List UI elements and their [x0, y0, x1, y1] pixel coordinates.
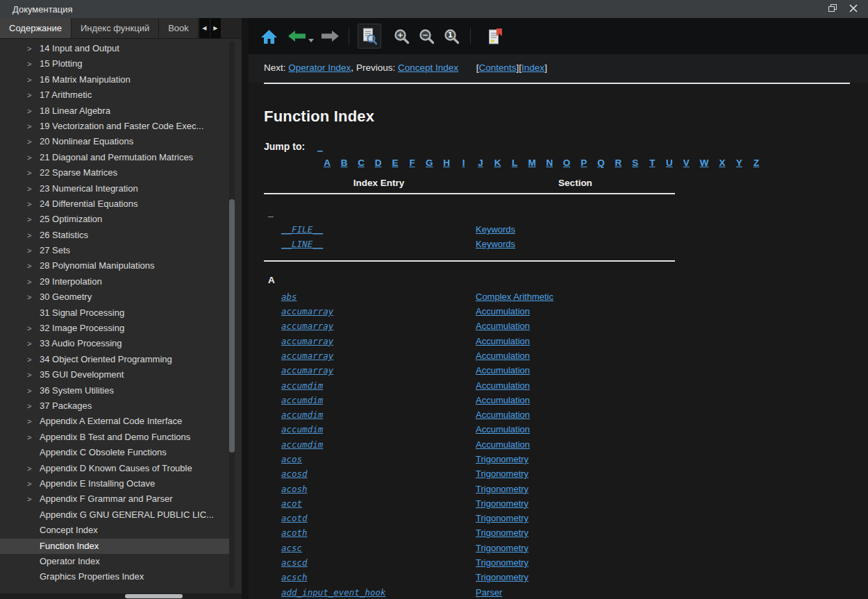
function-link[interactable]: acoth: [281, 528, 308, 538]
function-link[interactable]: accumarray: [281, 306, 333, 317]
section-link[interactable]: Accumulation: [476, 380, 530, 391]
jump-letter-link[interactable]: E: [392, 158, 399, 168]
zoom-out-button[interactable]: −: [415, 24, 438, 49]
tab[interactable]: Book: [159, 18, 199, 38]
tab[interactable]: Индекс функций: [72, 18, 159, 38]
sidebar-item[interactable]: >Appendix F Grammar and Parser: [0, 491, 242, 507]
function-link[interactable]: accumarray: [281, 351, 333, 361]
vertical-scrollbar-thumb[interactable]: [229, 199, 235, 453]
chevron-right-icon[interactable]: >: [27, 414, 31, 429]
function-link[interactable]: add_input_event_hook: [281, 587, 386, 598]
sidebar-item[interactable]: >33 Audio Processing: [0, 336, 242, 351]
jump-letter-link[interactable]: V: [683, 158, 690, 168]
section-link[interactable]: Trigonometry: [476, 484, 528, 494]
section-link[interactable]: Accumulation: [476, 365, 530, 376]
function-link[interactable]: accumdim: [281, 395, 323, 405]
section-link[interactable]: Trigonometry: [476, 543, 528, 553]
sidebar-item[interactable]: Concept Index: [0, 523, 242, 538]
chevron-right-icon[interactable]: >: [27, 336, 31, 351]
function-link[interactable]: accumdim: [281, 439, 323, 450]
function-link[interactable]: acosh: [281, 484, 308, 494]
sidebar-item[interactable]: >23 Numerical Integration: [0, 181, 242, 196]
function-link[interactable]: acsc: [281, 543, 302, 553]
bookmark-button[interactable]: [483, 24, 507, 49]
function-link[interactable]: acosd: [281, 469, 308, 479]
sidebar-item[interactable]: >Appendix E Installing Octave: [0, 476, 242, 491]
jump-letter-link[interactable]: H: [443, 158, 450, 168]
jump-underscore-link[interactable]: _: [317, 142, 323, 152]
sidebar-item[interactable]: >28 Polynomial Manipulations: [0, 258, 242, 273]
chevron-right-icon[interactable]: >: [27, 181, 31, 196]
sidebar-item[interactable]: >14 Input and Output: [0, 41, 242, 56]
chevron-right-icon[interactable]: >: [27, 228, 31, 243]
jump-letter-link[interactable]: S: [632, 158, 639, 168]
sidebar-item[interactable]: Appendix C Obsolete Functions: [0, 445, 242, 460]
jump-letter-link[interactable]: C: [358, 158, 365, 168]
section-link[interactable]: Trigonometry: [476, 469, 528, 479]
restore-button[interactable]: [822, 1, 843, 17]
chevron-right-icon[interactable]: >: [27, 367, 31, 382]
jump-letter-link[interactable]: Q: [597, 158, 605, 168]
jump-letter-link[interactable]: P: [581, 158, 587, 168]
section-link[interactable]: Parser: [476, 587, 502, 598]
chevron-right-icon[interactable]: >: [27, 430, 31, 445]
jump-letter-link[interactable]: R: [615, 158, 621, 168]
jump-letter-link[interactable]: F: [409, 158, 416, 168]
forward-button[interactable]: [318, 24, 342, 49]
function-link[interactable]: accumdim: [281, 380, 323, 391]
sidebar-item[interactable]: >34 Object Oriented Programming: [0, 352, 242, 367]
jump-letter-link[interactable]: I: [460, 158, 467, 168]
previous-link[interactable]: Concept Index: [398, 62, 458, 73]
sidebar-item[interactable]: >Appendix D Known Causes of Trouble: [0, 461, 242, 476]
section-link[interactable]: Trigonometry: [476, 557, 528, 568]
function-link[interactable]: accumarray: [281, 365, 333, 376]
sidebar-item[interactable]: >18 Linear Algebra: [0, 103, 242, 119]
chevron-right-icon[interactable]: >: [27, 212, 31, 227]
function-link[interactable]: acotd: [281, 513, 308, 523]
zoom-in-button[interactable]: +: [390, 24, 413, 49]
jump-letter-link[interactable]: U: [666, 158, 673, 168]
section-link[interactable]: Complex Arithmetic: [476, 292, 553, 302]
sidebar-item[interactable]: >29 Interpolation: [0, 274, 242, 289]
chevron-right-icon[interactable]: >: [27, 289, 31, 305]
sidebar-vertical-scrollbar[interactable]: [229, 42, 235, 589]
jump-letter-link[interactable]: Z: [753, 158, 760, 168]
chevron-right-icon[interactable]: >: [27, 491, 31, 507]
section-link[interactable]: Trigonometry: [476, 454, 528, 464]
chevron-right-icon[interactable]: >: [27, 103, 31, 119]
sidebar-item[interactable]: >37 Packages: [0, 398, 242, 414]
section-link[interactable]: Accumulation: [476, 321, 530, 331]
jump-letter-link[interactable]: D: [375, 158, 382, 168]
sidebar-item[interactable]: >17 Arithmetic: [0, 87, 242, 103]
function-link[interactable]: accumarray: [281, 321, 333, 331]
sidebar-item[interactable]: >19 Vectorization and Faster Code Exec..…: [0, 119, 242, 134]
sidebar-item[interactable]: >26 Statistics: [0, 228, 242, 243]
sidebar-item[interactable]: >24 Differential Equations: [0, 196, 242, 212]
jump-letter-link[interactable]: L: [511, 158, 518, 168]
function-link[interactable]: acscd: [281, 557, 308, 568]
zoom-original-button[interactable]: 1: [440, 24, 463, 49]
horizontal-scrollbar-thumb[interactable]: [125, 594, 183, 598]
tab-scroll-left-button[interactable]: ◀: [199, 18, 210, 38]
sidebar-horizontal-scrollbar[interactable]: [0, 593, 242, 599]
jump-letter-link[interactable]: Y: [736, 158, 743, 168]
jump-letter-link[interactable]: X: [719, 158, 726, 168]
chevron-right-icon[interactable]: >: [27, 87, 31, 103]
jump-letter-link[interactable]: O: [563, 158, 571, 168]
tab-scroll-right-button[interactable]: ▶: [210, 18, 221, 38]
sidebar-item[interactable]: >Appendix B Test and Demo Functions: [0, 430, 242, 445]
tab[interactable]: Содержание: [0, 18, 72, 38]
index-link[interactable]: Index: [521, 62, 544, 73]
sidebar-item[interactable]: >35 GUI Development: [0, 367, 242, 382]
jump-letter-link[interactable]: K: [494, 158, 501, 168]
section-link[interactable]: Accumulation: [476, 410, 530, 420]
pane-splitter[interactable]: [242, 18, 249, 599]
section-link[interactable]: Accumulation: [476, 439, 530, 450]
sidebar-item[interactable]: Operator Index: [0, 554, 242, 569]
close-button[interactable]: [843, 1, 864, 17]
sidebar-item[interactable]: Appendix G GNU GENERAL PUBLIC LIC...: [0, 507, 242, 523]
chevron-right-icon[interactable]: >: [27, 461, 31, 476]
chevron-right-icon[interactable]: >: [27, 321, 31, 336]
section-link[interactable]: Keywords: [476, 239, 515, 249]
function-link[interactable]: abs: [281, 292, 297, 302]
